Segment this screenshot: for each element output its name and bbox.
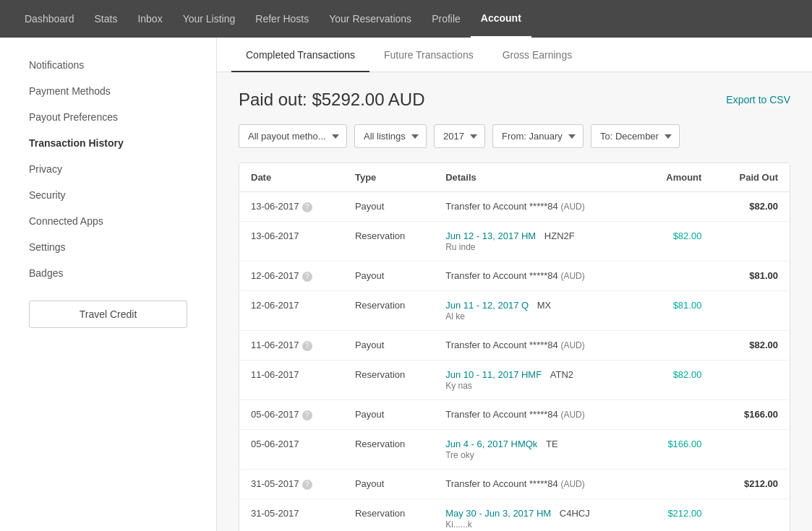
table-row: 05-06-2017?PayoutTransfer to Account ***… [239,400,790,430]
nav-account[interactable]: Account [471,0,531,38]
sidebar: Notifications Payment Methods Payout Pre… [0,38,217,531]
top-navigation: Dashboard Stats Inbox Your Listing Refer… [0,0,812,38]
nav-dashboard[interactable]: Dashboard [14,0,85,38]
nav-inbox[interactable]: Inbox [127,0,172,38]
sidebar-item-settings[interactable]: Settings [0,234,216,260]
cell-type: Reservation [343,430,434,470]
cell-date: 13-06-2017 [239,222,343,262]
table-row: 13-06-2017ReservationJun 12 - 13, 2017 H… [239,222,790,262]
detail-code: HZN2F [544,230,575,241]
question-icon[interactable]: ? [302,202,312,212]
tab-completed-transactions[interactable]: Completed Transactions [231,38,369,72]
to-month-filter[interactable]: To: December [591,124,680,148]
cell-type: Payout [343,331,434,361]
detail-sub: Tre oky [445,450,474,460]
col-header-type: Type [343,163,434,192]
content-header: Paid out: $5292.00 AUD Export to CSV [239,90,790,110]
cell-paidout [713,361,790,400]
sidebar-item-payout-preferences[interactable]: Payout Preferences [0,104,216,130]
detail-link[interactable]: Jun 12 - 13, 2017 HM [445,230,536,241]
table-row: 11-06-2017?PayoutTransfer to Account ***… [239,331,790,361]
detail-link[interactable]: Jun 4 - 6, 2017 HMQk [445,439,537,449]
tab-bar: Completed Transactions Future Transactio… [217,38,812,72]
col-header-date: Date [239,163,343,192]
detail-code: C4HCJ [560,508,590,519]
main-content: Completed Transactions Future Transactio… [217,38,812,531]
cell-details: Transfer to Account *****84 (AUD) [434,470,641,499]
col-header-details: Details [434,163,641,192]
detail-text: Transfer to Account *****84 [445,478,558,489]
detail-code: TE [546,439,558,449]
cell-amount: $81.00 [641,291,713,331]
detail-link[interactable]: Jun 10 - 11, 2017 HMF [445,369,542,380]
cell-paidout [713,430,790,470]
detail-link[interactable]: May 30 - Jun 3, 2017 HM [445,508,551,519]
listings-filter[interactable]: All listings [354,124,427,148]
sidebar-item-privacy[interactable]: Privacy [0,156,216,182]
detail-sub: Al ke [445,311,465,321]
cell-amount: $212.00 [641,499,713,532]
cell-amount: $82.00 [641,361,713,400]
cell-amount [641,400,713,430]
cell-date: 13-06-2017? [239,192,343,222]
col-header-amount: Amount [641,163,713,192]
sidebar-item-connected-apps[interactable]: Connected Apps [0,208,216,234]
from-month-filter[interactable]: From: January [492,124,584,148]
travel-credit-button[interactable]: Travel Credit [29,301,187,328]
cell-details: Transfer to Account *****84 (AUD) [434,400,641,430]
sidebar-item-badges[interactable]: Badges [0,260,216,286]
cell-amount: $82.00 [641,222,713,262]
question-icon[interactable]: ? [302,341,312,351]
cell-paidout: $81.00 [713,262,790,291]
sidebar-item-notifications[interactable]: Notifications [0,52,216,78]
detail-link[interactable]: Jun 11 - 12, 2017 Q [445,300,529,311]
cell-paidout [713,222,790,262]
year-filter[interactable]: 2017 [434,124,485,148]
detail-sub: Ru inde [445,242,475,252]
cell-type: Payout [343,400,434,430]
table-header-row: Date Type Details Amount Paid Out [239,163,790,192]
cell-details: Transfer to Account *****84 (AUD) [434,331,641,361]
detail-text: Transfer to Account *****84 [445,201,558,212]
cell-amount [641,262,713,291]
nav-your-reservations[interactable]: Your Reservations [319,0,422,38]
cell-type: Reservation [343,361,434,400]
detail-code: ATN2 [550,369,573,380]
question-icon[interactable]: ? [302,272,312,282]
table-row: 11-06-2017ReservationJun 10 - 11, 2017 H… [239,361,790,400]
tab-gross-earnings[interactable]: Gross Earnings [488,38,586,72]
payout-method-filter[interactable]: All payout metho... [239,124,347,148]
detail-sub: Ky nas [445,381,472,391]
detail-text: Transfer to Account *****84 [445,409,558,420]
detail-text: Transfer to Account *****84 [445,270,558,281]
tab-future-transactions[interactable]: Future Transactions [369,38,488,72]
cell-type: Payout [343,470,434,499]
sidebar-item-security[interactable]: Security [0,182,216,208]
cell-details: Transfer to Account *****84 (AUD) [434,262,641,291]
cell-date: 31-05-2017? [239,470,343,499]
nav-refer-hosts[interactable]: Refer Hosts [245,0,319,38]
sidebar-item-payment-methods[interactable]: Payment Methods [0,78,216,104]
table-row: 12-06-2017?PayoutTransfer to Account ***… [239,262,790,291]
question-icon[interactable]: ? [302,480,312,490]
col-header-paidout: Paid Out [713,163,790,192]
cell-paidout: $212.00 [713,470,790,499]
nav-your-listing[interactable]: Your Listing [173,0,246,38]
sidebar-item-transaction-history[interactable]: Transaction History [0,130,216,156]
question-icon[interactable]: ? [302,410,312,420]
export-csv-link[interactable]: Export to CSV [726,94,790,105]
detail-sub: (AUD) [560,340,584,350]
cell-amount: $166.00 [641,430,713,470]
cell-amount [641,331,713,361]
cell-details: Jun 12 - 13, 2017 HM HZN2FRu inde [434,222,641,262]
detail-code: MX [537,300,552,311]
nav-stats[interactable]: Stats [85,0,128,38]
nav-profile[interactable]: Profile [422,0,471,38]
cell-paidout: $82.00 [713,192,790,222]
cell-details: Jun 4 - 6, 2017 HMQk TETre oky [434,430,641,470]
cell-type: Reservation [343,499,434,532]
table-row: 31-05-2017ReservationMay 30 - Jun 3, 201… [239,499,790,532]
cell-amount [641,192,713,222]
transactions-table: Date Type Details Amount Paid Out 13-06-… [239,163,790,531]
cell-details: Jun 10 - 11, 2017 HMF ATN2Ky nas [434,361,641,400]
